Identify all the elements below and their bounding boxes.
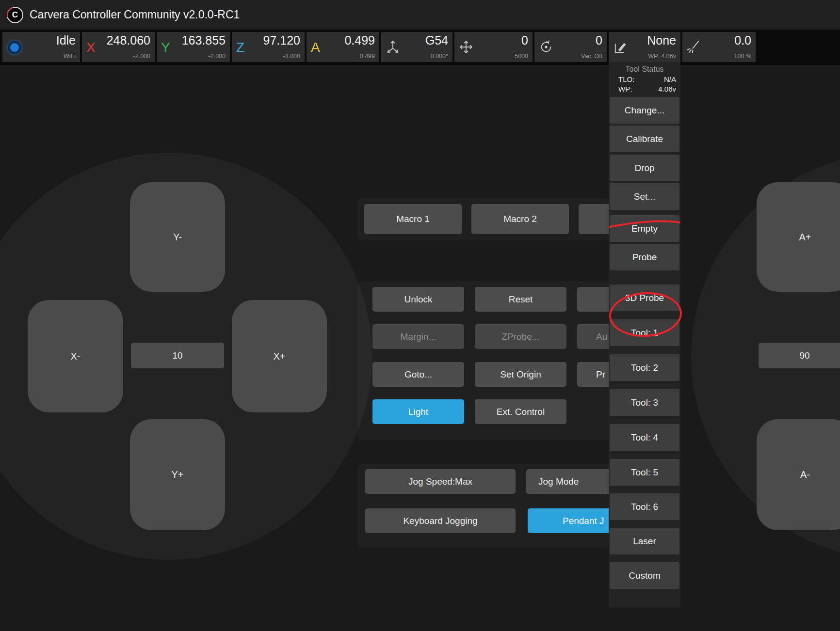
tool-pencil-icon [612,39,629,55]
status-feed-cell[interactable]: 0 5000 [454,32,533,62]
menu-item-laser[interactable]: Laser [610,528,679,554]
axis-z-position: 97.120 [263,33,300,47]
feed-max-value: 5000 [515,53,528,60]
current-tool-value: None [647,33,676,47]
menu-item-empty[interactable]: Empty [610,215,679,242]
jog-x-plus-button[interactable]: X+ [232,300,327,412]
menu-item-tool-1[interactable]: Tool: 1 [610,319,679,346]
jog-y-minus-button[interactable]: Y- [130,182,225,292]
macro-1-button[interactable]: Macro 1 [364,204,462,234]
jog-a-plus-button[interactable]: A+ [757,182,840,292]
keyboard-jogging-button[interactable]: Keyboard Jogging [365,508,516,533]
wcs-value: G54 [425,33,448,47]
a-step-size-button[interactable]: 90 [759,343,840,368]
carvera-controller-window: Y- X- 10 X+ Y+ A+ 90 A- Macro 1 Macro 2 … [0,0,840,631]
axis-y-position: 163.855 [182,33,226,47]
status-connection-cell[interactable]: Idle WiFi [2,32,80,62]
axis-x-letter: X [86,40,96,55]
unlock-button[interactable]: Unlock [372,287,464,312]
wp-row: WP: 4.06v [609,83,680,93]
menu-item-tool-4[interactable]: Tool: 4 [610,424,679,451]
xy-step-size-button[interactable]: 10 [131,343,224,368]
axis-x-machine-position: -2.000 [133,53,150,60]
macro-2-button[interactable]: Macro 2 [471,204,569,234]
status-axis-a-cell[interactable]: A 0.499 0.499 [307,32,379,62]
zprobe-button[interactable]: ZProbe... [475,324,566,349]
menu-item-calibrate[interactable]: Calibrate [610,126,679,152]
vacuum-status: Vac: Off [581,53,602,60]
axis-a-machine-position: 0.499 [360,53,375,60]
status-axis-y-cell[interactable]: Y 163.855 -2.000 [157,32,230,62]
status-axis-x-cell[interactable]: X 248.060 -2.000 [82,32,155,62]
status-wcs-cell[interactable]: G54 0.000° [381,32,452,62]
light-toggle-button[interactable]: Light [372,399,464,424]
menu-item-probe[interactable]: Probe [610,244,679,270]
laser-scale-value: 100 % [734,53,751,60]
status-axis-z-cell[interactable]: Z 97.120 -3.000 [232,32,305,62]
tool-status-header: Tool Status [609,62,680,74]
axis-z-letter: Z [236,40,244,55]
menu-item-tool-5[interactable]: Tool: 5 [610,459,679,486]
machine-state: Idle [56,33,76,47]
status-laser-cell[interactable]: 0.0 100 % [682,32,756,62]
axis-y-machine-position: -2.000 [209,53,226,60]
set-origin-button[interactable]: Set Origin [475,362,566,387]
tlo-row: TLO: N/A [609,74,680,83]
status-spindle-cell[interactable]: 0 Vac: Off [534,32,607,62]
menu-item-drop[interactable]: Drop [610,155,679,181]
connection-type: WiFi [64,53,76,60]
feed-value: 0 [521,33,528,47]
jog-y-plus-button[interactable]: Y+ [130,419,225,530]
menu-item-tool-2[interactable]: Tool: 2 [610,354,679,381]
coordinate-system-icon [385,39,401,55]
ext-control-button[interactable]: Ext. Control [475,399,566,424]
title-bar: C Carvera Controller Community v2.0.0-RC… [0,0,840,30]
axis-z-machine-position: -3.000 [283,53,300,60]
reset-button[interactable]: Reset [475,287,566,312]
jog-feed-icon [458,39,474,55]
menu-item-3d-probe[interactable]: 3D Probe [610,284,679,311]
window-title: Carvera Controller Community v2.0.0-RC1 [30,8,240,21]
spindle-value: 0 [596,33,602,47]
wireless-probe-voltage: WP: 4.06v [648,53,676,60]
status-tool-cell[interactable]: None WP: 4.06v [609,32,680,62]
wp-label: WP: [618,85,632,93]
menu-item-tool-6[interactable]: Tool: 6 [610,493,679,520]
jog-x-minus-button[interactable]: X- [28,300,123,412]
axis-y-letter: Y [161,40,170,55]
menu-item-change[interactable]: Change... [610,97,679,124]
spindle-rotation-icon [538,39,554,55]
laser-icon [686,39,702,55]
carvera-logo-icon: C [7,7,23,23]
connection-status-icon [8,41,21,54]
rotation-value: 0.000° [431,53,448,60]
menu-item-tool-3[interactable]: Tool: 3 [610,389,679,416]
menu-item-set[interactable]: Set... [610,183,679,210]
axis-a-letter: A [311,40,320,55]
goto-button[interactable]: Goto... [372,362,464,387]
laser-power-value: 0.0 [734,33,751,47]
tlo-label: TLO: [618,75,634,83]
margin-button[interactable]: Margin... [372,324,464,349]
tool-dropdown-menu: Tool Status TLO: N/A WP: 4.06v Change...… [609,62,680,608]
wp-value: 4.06v [658,85,676,93]
status-bar: Idle WiFi X 248.060 -2.000 Y 163.855 -2.… [2,32,756,62]
tlo-value: N/A [664,75,676,83]
menu-item-custom[interactable]: Custom [610,562,679,589]
axis-x-position: 248.060 [107,33,150,47]
jog-speed-button[interactable]: Jog Speed:Max [365,469,516,494]
axis-a-position: 0.499 [344,33,375,47]
jog-a-minus-button[interactable]: A- [757,419,840,530]
